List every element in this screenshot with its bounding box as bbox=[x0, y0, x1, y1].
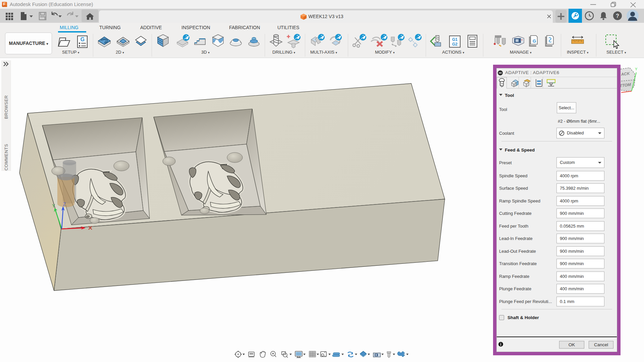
svg-text:G: G bbox=[80, 37, 85, 42]
svg-text:Y: Y bbox=[52, 203, 55, 208]
svg-text:?: ? bbox=[616, 13, 619, 19]
svg-text:G1: G1 bbox=[452, 37, 458, 42]
svg-text:Y: Y bbox=[635, 67, 638, 71]
svg-text:G: G bbox=[533, 39, 536, 44]
svg-text:G2: G2 bbox=[452, 42, 458, 47]
svg-text:Z: Z bbox=[63, 201, 66, 207]
svg-text:F: F bbox=[3, 2, 6, 6]
